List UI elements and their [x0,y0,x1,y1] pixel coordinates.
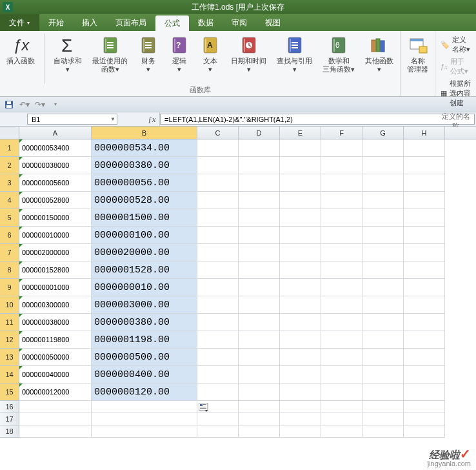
cell-G3[interactable] [362,174,404,192]
cell-H5[interactable] [404,209,445,227]
formula-input[interactable]: =LEFT(A1,LEN(A1)-2)&"."&RIGHT(A1,2) [160,114,475,125]
tab-数据[interactable]: 数据 [189,14,223,31]
cell-G10[interactable] [362,296,404,314]
cell-G12[interactable] [362,331,404,349]
cell-E18[interactable] [280,425,321,438]
cell-H4[interactable] [404,192,445,209]
cell-G8[interactable] [362,261,404,279]
cell-G7[interactable] [362,244,404,261]
fx-icon[interactable]: ƒx [144,112,160,126]
name-box[interactable]: B1 ▼ [27,114,117,125]
tab-审阅[interactable]: 审阅 [223,14,256,31]
cell-F11[interactable] [321,314,362,331]
cell-C6[interactable] [197,227,239,244]
cell-B1[interactable]: 0000000534.00 [92,139,197,157]
cell-C16[interactable] [197,401,239,413]
cell-C13[interactable] [197,349,239,366]
row-header-4[interactable]: 4 [0,192,19,209]
cell-D12[interactable] [239,331,280,349]
cell-G1[interactable] [362,139,404,157]
cell-B5[interactable]: 0000001500.00 [92,209,197,227]
cell-F9[interactable] [321,279,362,296]
cell-H14[interactable] [404,366,445,383]
cell-C14[interactable] [197,366,239,383]
cell-D10[interactable] [239,296,280,314]
cell-F17[interactable] [321,413,362,425]
cell-F1[interactable] [321,139,362,157]
cell-H15[interactable] [404,383,445,401]
cell-H6[interactable] [404,227,445,244]
tab-页面布局[interactable]: 页面布局 [106,14,155,31]
cell-C18[interactable] [197,425,239,438]
file-menu[interactable]: 文件▾ [0,14,39,31]
redo-button[interactable]: ↷▾ [34,98,46,111]
cell-A13[interactable]: 000000050000 [19,349,92,366]
cell-C17[interactable] [197,413,239,425]
cell-D5[interactable] [239,209,280,227]
row-header-8[interactable]: 8 [0,261,19,279]
cell-A15[interactable]: 000000012000 [19,383,92,401]
cell-E1[interactable] [280,139,321,157]
tab-视图[interactable]: 视图 [256,14,290,31]
cell-E14[interactable] [280,366,321,383]
tab-开始[interactable]: 开始 [39,14,73,31]
cell-G16[interactable] [362,401,404,413]
tab-公式[interactable]: 公式 [155,15,189,31]
cell-A18[interactable] [19,425,92,438]
cell-H16[interactable] [404,401,445,413]
cell-G14[interactable] [362,366,404,383]
cell-A10[interactable]: 000000300000 [19,296,92,314]
cell-G4[interactable] [362,192,404,209]
cell-A3[interactable]: 000000005600 [19,174,92,192]
ribbon-books[interactable]: 其他函数 ▾ [362,34,396,75]
cell-F5[interactable] [321,209,362,227]
cell-H10[interactable] [404,296,445,314]
cell-E11[interactable] [280,314,321,331]
cell-F12[interactable] [321,331,362,349]
cell-B14[interactable]: 0000000400.00 [92,366,197,383]
cell-D18[interactable] [239,425,280,438]
row-header-12[interactable]: 12 [0,331,19,349]
col-header-C[interactable]: C [197,127,239,139]
cell-H3[interactable] [404,174,445,192]
cell-D6[interactable] [239,227,280,244]
cell-E13[interactable] [280,349,321,366]
cell-H17[interactable] [404,413,445,425]
cell-H8[interactable] [404,261,445,279]
cell-D17[interactable] [239,413,280,425]
cell-G6[interactable] [362,227,404,244]
cell-A11[interactable]: 000000038000 [19,314,92,331]
cell-D3[interactable] [239,174,280,192]
select-all-corner[interactable] [0,127,19,139]
cell-F13[interactable] [321,349,362,366]
cell-F16[interactable] [321,401,362,413]
cell-C10[interactable] [197,296,239,314]
row-header-18[interactable]: 18 [0,425,19,438]
undo-button[interactable]: ↶▾ [18,98,31,111]
row-header-16[interactable]: 16 [0,401,19,413]
cell-B18[interactable] [92,425,197,438]
row-header-7[interactable]: 7 [0,244,19,261]
row-header-2[interactable]: 2 [0,157,19,174]
cell-B10[interactable]: 0000003000.00 [92,296,197,314]
cell-B15[interactable]: 0000000120.00 [92,383,197,401]
ribbon-book-yellow[interactable]: A文本 ▾ [197,34,223,75]
cell-C4[interactable] [197,192,239,209]
cell-A16[interactable] [19,401,92,413]
qat-customize[interactable]: ▾ [49,98,62,111]
cell-D9[interactable] [239,279,280,296]
cell-E4[interactable] [280,192,321,209]
col-header-H[interactable]: H [404,127,445,139]
row-header-17[interactable]: 17 [0,413,19,425]
cell-E5[interactable] [280,209,321,227]
cell-A4[interactable]: 000000052800 [19,192,92,209]
cell-E3[interactable] [280,174,321,192]
cell-B16[interactable] [92,401,197,413]
cell-A14[interactable]: 000000040000 [19,366,92,383]
cell-E12[interactable] [280,331,321,349]
tab-插入[interactable]: 插入 [73,14,106,31]
name-manager-button[interactable]: 名称 管理器 [404,34,431,75]
create-from-selection-button[interactable]: ▦根据所选内容创建 [441,79,471,108]
cell-E15[interactable] [280,383,321,401]
ribbon-fx[interactable]: ƒx插入函数 [4,34,37,66]
